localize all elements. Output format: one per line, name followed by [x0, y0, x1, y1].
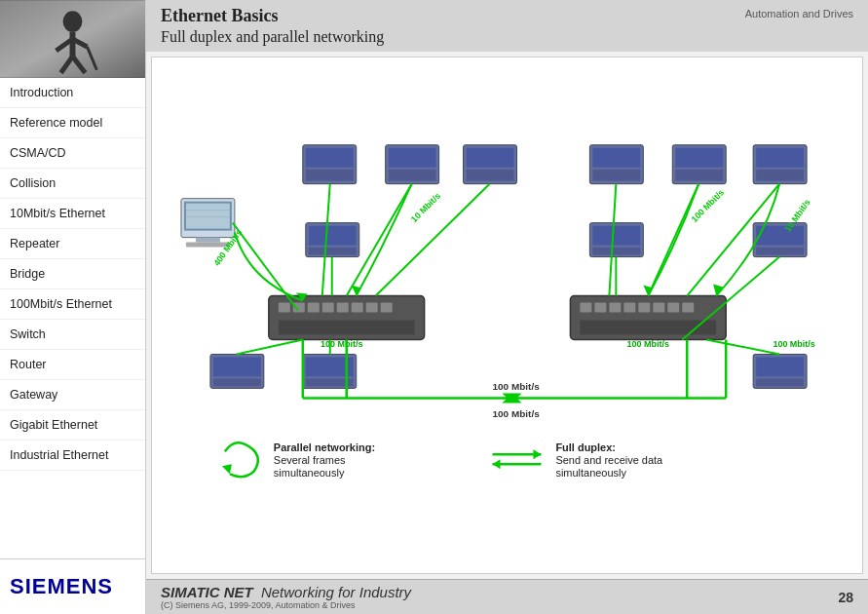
svg-text:Parallel networking:: Parallel networking:	[274, 441, 375, 453]
svg-rect-50	[309, 248, 357, 255]
svg-text:100 Mbit/s: 100 Mbit/s	[773, 339, 814, 349]
svg-rect-36	[186, 204, 230, 229]
svg-text:100 Mbit/s: 100 Mbit/s	[627, 339, 669, 349]
svg-rect-44	[389, 170, 436, 181]
network-diagram: 100 Mbit/s 100 Mbit/s 100 Mbit/s	[152, 58, 862, 573]
svg-rect-18	[279, 320, 415, 334]
sidebar-item-introduction[interactable]: Introduction	[0, 78, 145, 108]
svg-rect-56	[675, 170, 723, 181]
svg-text:100 Mbit/s: 100 Mbit/s	[493, 408, 541, 419]
svg-rect-68	[213, 378, 261, 386]
svg-rect-62	[592, 248, 640, 255]
svg-text:simultaneously: simultaneously	[274, 467, 345, 479]
svg-text:10 Mbit/s: 10 Mbit/s	[409, 191, 442, 224]
svg-rect-12	[308, 303, 320, 313]
svg-rect-49	[309, 226, 357, 246]
svg-line-80	[237, 339, 303, 354]
sidebar-item-industrial[interactable]: Industrial Ethernet	[0, 441, 145, 471]
svg-rect-17	[381, 303, 393, 313]
svg-rect-23	[609, 303, 621, 313]
svg-text:100 Mbit/s: 100 Mbit/s	[493, 381, 541, 392]
svg-rect-13	[322, 303, 334, 313]
sidebar-item-csma[interactable]: CSMA/CD	[0, 138, 145, 169]
slide-title-main: Ethernet Basics	[161, 6, 384, 26]
svg-rect-65	[756, 248, 804, 255]
sidebar-item-gateway[interactable]: Gateway	[0, 380, 145, 410]
svg-rect-21	[580, 303, 591, 313]
sidebar-item-100mbit[interactable]: 100Mbit/s Ethernet	[0, 289, 145, 320]
slide-area: 100 Mbit/s 100 Mbit/s 100 Mbit/s	[151, 57, 863, 574]
svg-marker-110	[533, 449, 541, 459]
svg-marker-112	[493, 459, 501, 469]
svg-rect-14	[337, 303, 349, 313]
sidebar-item-gigabit[interactable]: Gigabit Ethernet	[0, 410, 145, 441]
svg-marker-105	[222, 464, 232, 474]
bottom-bar: SIMATIC NET Networking for Industry (C) …	[146, 579, 868, 614]
svg-rect-61	[592, 226, 640, 246]
svg-text:Full duplex:: Full duplex:	[555, 441, 616, 453]
main-content: Ethernet Basics Full duplex and parallel…	[146, 0, 868, 614]
siemens-logo: SIEMENS	[10, 574, 135, 599]
svg-rect-28	[682, 303, 694, 313]
sidebar: Introduction Reference model CSMA/CD Col…	[0, 0, 146, 614]
svg-line-75	[233, 223, 298, 311]
header-bar: Ethernet Basics Full duplex and parallel…	[146, 0, 868, 52]
svg-text:simultaneously: simultaneously	[555, 467, 626, 479]
footer-title-italic: Networking for Industry	[261, 584, 411, 600]
svg-rect-74	[756, 378, 804, 386]
svg-rect-27	[667, 303, 679, 313]
svg-text:Send and receive data: Send and receive data	[555, 454, 663, 466]
svg-rect-46	[467, 148, 514, 168]
slide-titles: Ethernet Basics Full duplex and parallel…	[161, 6, 384, 46]
sidebar-item-bridge[interactable]: Bridge	[0, 259, 145, 289]
sidebar-bottom: SIEMENS	[0, 558, 145, 614]
svg-rect-67	[213, 357, 261, 376]
footer-subtitle: (C) Siemens AG, 1999-2009, Automation & …	[161, 600, 411, 610]
svg-rect-73	[756, 357, 804, 376]
svg-rect-59	[756, 170, 804, 181]
svg-line-87	[706, 339, 779, 354]
sidebar-item-10mbit[interactable]: 10Mbit/s Ethernet	[0, 199, 145, 229]
svg-rect-52	[592, 148, 640, 168]
page-number: 28	[838, 590, 853, 605]
svg-point-2	[63, 11, 83, 32]
footer-title: SIMATIC NET Networking for Industry	[161, 584, 411, 600]
svg-rect-55	[675, 148, 723, 168]
svg-text:Several frames: Several frames	[274, 454, 346, 466]
sidebar-item-router[interactable]: Router	[0, 350, 145, 380]
svg-rect-22	[594, 303, 606, 313]
svg-text:100 Mbit/s: 100 Mbit/s	[321, 339, 362, 349]
header-company: Automation and Drives	[745, 6, 853, 19]
svg-rect-16	[366, 303, 378, 313]
sidebar-item-collision[interactable]: Collision	[0, 169, 145, 199]
svg-rect-58	[756, 148, 804, 168]
svg-rect-10	[279, 303, 290, 313]
sidebar-nav: Introduction Reference model CSMA/CD Col…	[0, 78, 145, 558]
sidebar-item-reference-model[interactable]: Reference model	[0, 108, 145, 138]
slide-title-sub: Full duplex and parallel networking	[161, 28, 384, 46]
svg-rect-41	[306, 170, 354, 181]
sidebar-item-switch[interactable]: Switch	[0, 320, 145, 350]
svg-rect-34	[196, 238, 220, 243]
svg-rect-15	[352, 303, 363, 313]
svg-rect-40	[306, 148, 354, 168]
footer-text: SIMATIC NET Networking for Industry (C) …	[161, 584, 411, 610]
sidebar-item-repeater[interactable]: Repeater	[0, 229, 145, 259]
footer-title-plain: SIMATIC NET	[161, 584, 253, 600]
svg-rect-47	[467, 170, 514, 181]
sidebar-logo	[0, 0, 145, 78]
svg-rect-24	[623, 303, 635, 313]
svg-rect-53	[592, 170, 640, 181]
svg-line-83	[648, 184, 698, 296]
svg-rect-26	[653, 303, 664, 313]
svg-rect-25	[638, 303, 650, 313]
svg-rect-43	[389, 148, 436, 168]
